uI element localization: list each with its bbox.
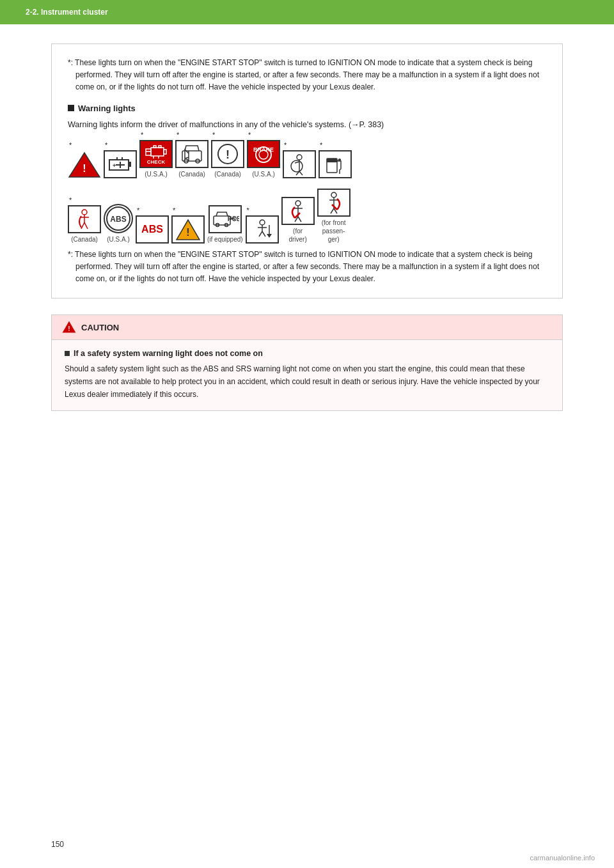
icon-seatbelt-canada: * (Canada): [68, 205, 101, 244]
svg-point-26: [297, 155, 302, 160]
icon-engine-check: * CHECK (U: [139, 140, 173, 178]
svg-line-38: [81, 222, 84, 229]
svg-text:BRAKE: BRAKE: [253, 146, 274, 153]
svg-rect-10: [151, 148, 164, 156]
icon-fuel: *: [319, 150, 352, 178]
caution-label: CAUTION: [81, 323, 119, 332]
caution-body: If a safety system warning light does no…: [52, 340, 562, 410]
svg-line-52: [262, 231, 265, 236]
page-number: 150: [51, 840, 64, 849]
icon-battery: * +: [104, 150, 137, 178]
svg-rect-13: [154, 146, 156, 148]
svg-text:!: !: [186, 227, 189, 238]
caution-header: ! CAUTION: [52, 315, 562, 340]
caution-body-text: Should a safety system light such as the…: [65, 363, 549, 401]
info-box: *: These lights turn on when the "ENGINE…: [51, 43, 563, 298]
svg-line-29: [295, 162, 299, 163]
watermark: carmanualonline.info: [530, 854, 595, 862]
footnote-1: *: These lights turn on when the "ENGINE…: [68, 57, 546, 94]
icon-exclaim-circle: * ! (Canada): [211, 140, 244, 178]
icon-abs-circle: ABS (U.S.A.): [104, 204, 133, 244]
svg-point-48: [260, 220, 265, 225]
svg-line-39: [84, 222, 88, 229]
svg-line-51: [259, 231, 262, 236]
svg-text:+: +: [113, 162, 116, 169]
svg-rect-14: [159, 146, 161, 148]
warning-lights-heading: Warning lights: [68, 104, 546, 113]
svg-rect-33: [327, 159, 337, 162]
svg-text:!: !: [68, 325, 70, 332]
footnote-2: *: These lights turn on when the "ENGINE…: [68, 249, 546, 286]
icon-seatbelt-passenger: (for frontpassen-ger): [317, 189, 350, 244]
section-label: 2-2. Instrument cluster: [26, 8, 108, 17]
svg-rect-11: [164, 150, 166, 154]
warning-intro-text: Warning lights inform the driver of malf…: [68, 118, 546, 131]
icon-pcs: PCS (if equipped): [207, 205, 243, 244]
svg-text:ABS: ABS: [110, 215, 126, 224]
svg-rect-9: [146, 149, 151, 155]
icon-person-airbag: *: [283, 150, 316, 178]
icon-abs-text: * ABS: [136, 215, 169, 244]
icon-arrow-airbag: *: [246, 215, 279, 244]
svg-point-55: [295, 201, 301, 206]
svg-rect-3: [129, 162, 131, 167]
caution-subheading: If a safety system warning light does no…: [65, 349, 549, 358]
svg-text:!: !: [226, 148, 230, 161]
icon-seatbelt-driver: (fordriver): [281, 197, 315, 244]
icon-door-open: * (Cana: [175, 140, 209, 178]
svg-text:!: !: [83, 163, 86, 174]
icon-warning-triangle: * !: [68, 150, 101, 178]
icon-exclaim-yellow: * !: [171, 215, 205, 244]
svg-point-35: [82, 210, 87, 215]
svg-line-31: [299, 171, 303, 175]
svg-point-56: [331, 192, 336, 198]
main-content: *: These lights turn on when the "ENGINE…: [0, 43, 614, 411]
icon-brake: * BRAKE (U.S.A.): [247, 140, 280, 178]
icons-row-2: * (Canada): [68, 189, 546, 244]
header-bar: 2-2. Instrument cluster: [0, 0, 614, 24]
caution-box: ! CAUTION If a safety system warning lig…: [51, 314, 563, 410]
icons-row-1: * ! *: [68, 140, 546, 178]
svg-marker-54: [267, 234, 272, 238]
warning-icons-grid: * ! *: [68, 140, 546, 244]
caution-triangle-icon: !: [62, 320, 76, 334]
